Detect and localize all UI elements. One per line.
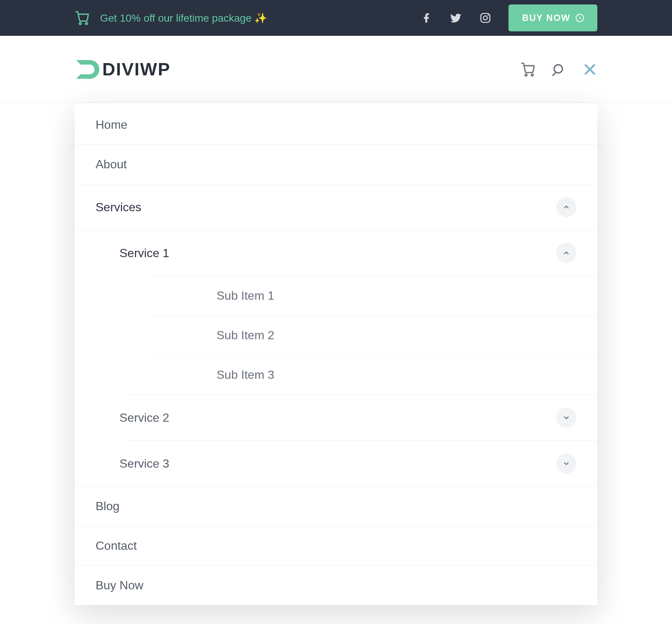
menu-item-services[interactable]: Services [75, 184, 597, 230]
buy-now-button[interactable]: BUY NOW [508, 4, 597, 31]
menu-label: Sub Item 1 [146, 289, 274, 302]
svg-point-6 [531, 74, 533, 76]
menu-label: Sub Item 2 [146, 328, 274, 342]
chevron-right-icon [576, 14, 584, 22]
site-logo[interactable]: DIVIWP [75, 56, 171, 82]
svg-point-1 [85, 22, 87, 24]
svg-point-5 [525, 74, 527, 76]
submenu-service-1: Sub Item 3 [149, 355, 597, 394]
logo-mark-icon [75, 56, 101, 82]
menu-item-sub-3[interactable]: Sub Item 3 [75, 355, 597, 394]
menu-label: Service 1 [119, 246, 169, 260]
site-header: DIVIWP [0, 36, 672, 103]
menu-label: Buy Now [96, 578, 143, 592]
menu-item-buy-now[interactable]: Buy Now [75, 565, 597, 605]
promo-actions: BUY NOW [421, 4, 597, 31]
menu-item-service-2[interactable]: Service 2 [75, 395, 597, 440]
menu-item-service-1[interactable]: Service 1 [75, 230, 597, 276]
header-icon-group [520, 62, 597, 77]
menu-label: Home [96, 118, 127, 132]
chevron-down-icon[interactable] [556, 408, 576, 428]
menu-label: Service 2 [119, 411, 169, 425]
promo-text: Get 10% off our lifetime package ✨ [100, 12, 268, 24]
chevron-up-icon[interactable] [556, 197, 576, 217]
submenu-service-1: Sub Item 2 [149, 316, 597, 355]
menu-label: Services [96, 200, 141, 214]
promo-bar: Get 10% off our lifetime package ✨ BUY N… [0, 0, 672, 36]
menu-label: About [96, 157, 127, 171]
svg-point-4 [488, 15, 489, 16]
svg-point-7 [554, 65, 562, 73]
cart-icon[interactable] [520, 62, 535, 77]
menu-label: Sub Item 3 [146, 368, 274, 381]
promo-message[interactable]: Get 10% off our lifetime package ✨ [75, 10, 268, 25]
facebook-icon[interactable] [421, 12, 432, 24]
logo-text: DIVIWP [102, 59, 171, 79]
svg-point-3 [483, 16, 488, 20]
chevron-up-icon[interactable] [556, 243, 576, 263]
svg-line-8 [553, 73, 555, 75]
chevron-down-icon[interactable] [556, 453, 576, 474]
menu-item-about[interactable]: About [75, 144, 597, 184]
menu-item-blog[interactable]: Blog [75, 486, 597, 526]
menu-label: Service 3 [119, 457, 169, 471]
submenu-service-1: Sub Item 1 [149, 276, 597, 315]
menu-item-service-3[interactable]: Service 3 [75, 441, 597, 486]
menu-label: Blog [96, 499, 119, 513]
mobile-menu-panel: Home About Services Service 1 Sub Item 1 [75, 103, 597, 605]
instagram-icon[interactable] [479, 12, 491, 24]
search-icon[interactable] [552, 62, 566, 77]
menu-item-contact[interactable]: Contact [75, 526, 597, 565]
close-icon[interactable] [582, 62, 597, 77]
mobile-menu-wrap: Home About Services Service 1 Sub Item 1 [0, 103, 672, 605]
menu-item-sub-2[interactable]: Sub Item 2 [75, 316, 597, 355]
buy-now-label: BUY NOW [522, 13, 570, 23]
menu-item-sub-1[interactable]: Sub Item 1 [75, 276, 597, 315]
svg-point-0 [79, 22, 81, 24]
menu-label: Contact [96, 539, 137, 553]
menu-item-home[interactable]: Home [75, 105, 597, 144]
twitter-icon[interactable] [449, 12, 462, 24]
cart-icon [75, 10, 90, 25]
